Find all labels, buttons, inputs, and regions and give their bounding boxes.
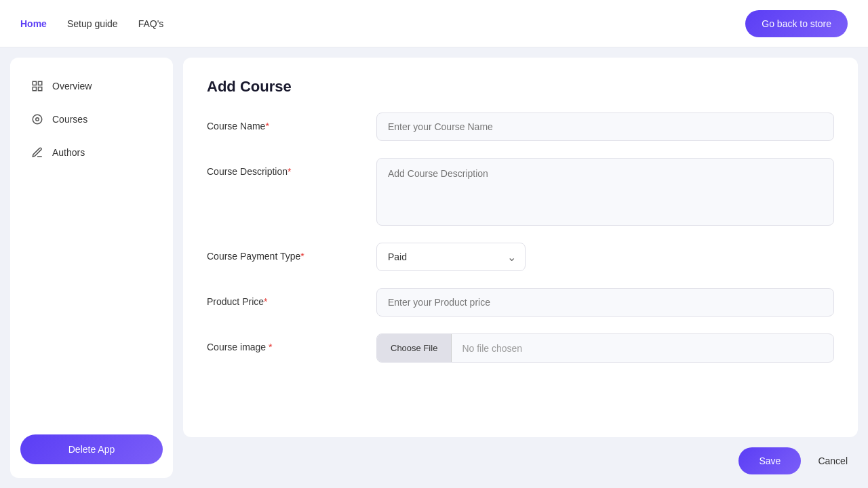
payment-type-label: Course Payment Type* [207,243,356,262]
course-name-label: Course Name* [207,113,356,131]
sidebar-overview-label: Overview [52,81,92,92]
add-course-card: Add Course Course Name* Course Descripti… [183,58,858,437]
svg-rect-2 [33,87,36,91]
file-input-wrapper: Choose File No file chosen [376,333,834,363]
sidebar-authors-label: Authors [52,147,85,158]
choose-file-button[interactable]: Choose File [377,334,452,362]
course-description-label: Course Description* [207,158,356,177]
save-button[interactable]: Save [738,447,801,474]
sidebar-item-courses[interactable]: Courses [20,104,163,134]
file-name-display: No file chosen [452,343,532,354]
payment-type-select-wrapper: Free Paid [376,243,526,271]
svg-rect-0 [33,81,36,85]
course-description-input[interactable] [376,158,834,226]
authors-icon [31,146,44,159]
payment-type-select[interactable]: Free Paid [376,243,526,271]
delete-app-button[interactable]: Delete App [20,434,163,464]
svg-point-4 [33,115,42,124]
course-name-group: Course Name* [207,113,834,141]
courses-icon [31,113,44,126]
course-image-group: Course image * Choose File No file chose… [207,333,834,363]
sidebar-courses-label: Courses [52,114,87,125]
top-nav: Home Setup guide FAQ's Go back to store [0,0,868,47]
nav-links: Home Setup guide FAQ's [20,18,163,29]
nav-setup-guide[interactable]: Setup guide [67,18,118,29]
overview-icon [31,79,44,93]
svg-rect-1 [39,81,42,85]
course-description-group: Course Description* [207,158,834,226]
content-area: Add Course Course Name* Course Descripti… [183,58,858,478]
sidebar-item-authors[interactable]: Authors [20,138,163,167]
svg-point-5 [36,118,39,121]
course-name-input[interactable] [376,113,834,141]
svg-rect-3 [39,87,42,91]
cancel-button[interactable]: Cancel [811,447,854,474]
product-price-label: Product Price* [207,288,356,307]
footer-actions: Save Cancel [183,447,858,478]
product-price-group: Product Price* [207,288,834,317]
sidebar: Overview Courses Authors Delete App [10,58,173,478]
product-price-input[interactable] [376,288,834,317]
nav-home[interactable]: Home [20,18,47,29]
form-title: Add Course [207,78,834,96]
sidebar-item-overview[interactable]: Overview [20,71,163,101]
nav-faqs[interactable]: FAQ's [138,18,164,29]
main-layout: Overview Courses Authors Delete App Add … [0,47,868,488]
course-image-label: Course image * [207,333,356,352]
go-back-button[interactable]: Go back to store [745,10,848,37]
payment-type-group: Course Payment Type* Free Paid [207,243,834,271]
